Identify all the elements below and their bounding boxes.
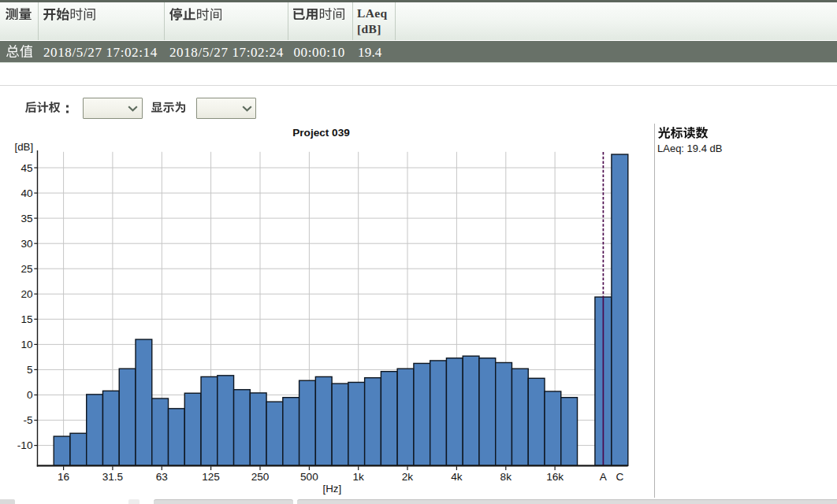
svg-text:[dB]: [dB]: [15, 141, 34, 153]
svg-text:C: C: [616, 471, 623, 483]
svg-text:16k: 16k: [546, 471, 564, 483]
svg-text:A: A: [600, 471, 608, 483]
svg-text:500: 500: [300, 471, 318, 483]
svg-text:0: 0: [27, 389, 33, 401]
svg-text:63: 63: [156, 471, 168, 483]
svg-text:10: 10: [20, 339, 33, 350]
svg-text:45: 45: [20, 162, 32, 174]
svg-text:31.5: 31.5: [102, 471, 123, 483]
svg-text:-5: -5: [23, 414, 32, 426]
svg-text:25: 25: [20, 263, 32, 275]
svg-text:250: 250: [251, 471, 270, 483]
svg-text:[Hz]: [Hz]: [323, 483, 342, 495]
svg-text:35: 35: [20, 213, 32, 224]
svg-text:4k: 4k: [451, 471, 463, 483]
svg-text:5: 5: [27, 364, 33, 376]
svg-text:-10: -10: [17, 439, 33, 451]
svg-text:2k: 2k: [402, 471, 414, 483]
svg-text:1k: 1k: [353, 471, 365, 483]
svg-text:40: 40: [20, 187, 33, 199]
svg-text:20: 20: [20, 288, 33, 300]
svg-text:16: 16: [58, 471, 69, 483]
svg-text:Project 039: Project 039: [292, 127, 350, 139]
svg-text:8k: 8k: [500, 471, 512, 483]
svg-text:125: 125: [202, 471, 220, 483]
svg-text:15: 15: [20, 313, 32, 325]
svg-text:30: 30: [20, 238, 33, 250]
